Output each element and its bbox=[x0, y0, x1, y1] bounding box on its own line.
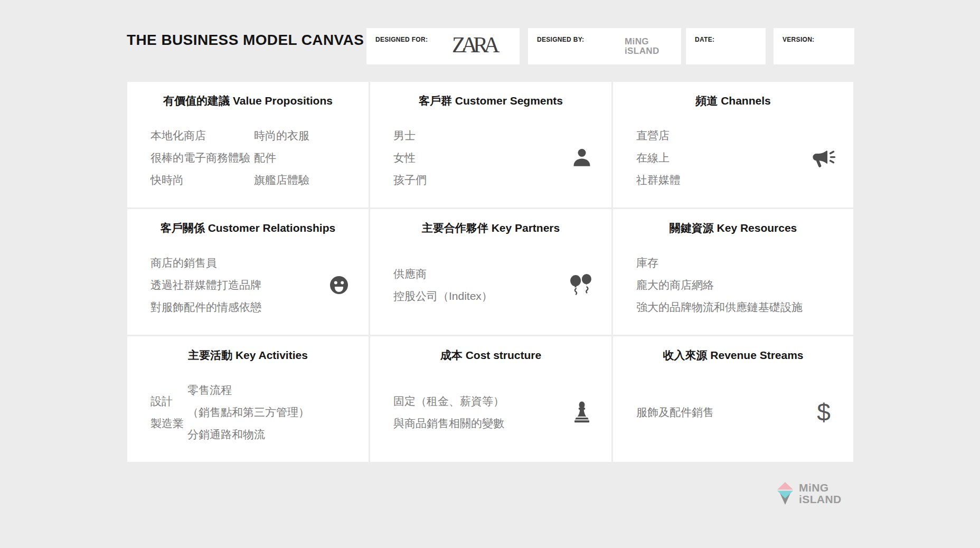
canvas-cell-key-partners: 主要合作夥伴 Key Partners供應商控股公司（Inditex） bbox=[370, 209, 611, 335]
cell-item: 供應商 bbox=[393, 263, 493, 285]
cell-title: 頻道 Channels bbox=[613, 82, 853, 108]
cell-item: 製造業 bbox=[150, 412, 187, 434]
cell-item: 很棒的電子商務體驗 bbox=[150, 147, 254, 169]
cell-item: 社群媒體 bbox=[636, 169, 681, 191]
ming-line: MiNG bbox=[625, 36, 649, 46]
canvas-cell-key-activities: 主要活動 Key Activities設計製造業零售流程（銷售點和第三方管理）分… bbox=[127, 336, 369, 462]
cell-item: 透過社群媒體打造品牌 bbox=[150, 274, 261, 296]
designed-for-box: DESIGNED FOR: ZARA bbox=[366, 28, 520, 64]
cell-item-column: 供應商控股公司（Inditex） bbox=[393, 263, 493, 307]
smiley-icon bbox=[328, 275, 350, 296]
designed-for-label: DESIGNED FOR: bbox=[375, 36, 428, 43]
cell-item-column: 固定（租金、薪資等）與商品銷售相關的變數 bbox=[393, 390, 504, 434]
cell-item: 商店的銷售員 bbox=[150, 252, 261, 274]
cell-item: 時尚的衣服 bbox=[254, 125, 309, 147]
canvas-cell-key-resources: 關鍵資源 Key Resources庫存龐大的商店網絡強大的品牌物流和供應鏈基礎… bbox=[613, 209, 853, 335]
date-box: DATE: bbox=[686, 28, 766, 64]
cell-item-column: 時尚的衣服配件旗艦店體驗 bbox=[254, 125, 309, 191]
cell-item: 控股公司（Inditex） bbox=[393, 285, 493, 307]
business-model-canvas-page: THE BUSINESS MODEL CANVAS DESIGNED FOR: … bbox=[0, 0, 980, 548]
ming-island-wordmark: MiNG iSLAND bbox=[625, 37, 659, 56]
cell-item: 設計 bbox=[150, 390, 187, 412]
cell-item: 旗艦店體驗 bbox=[254, 169, 309, 191]
ming-island-logo: MiNG iSLAND bbox=[776, 481, 842, 506]
cell-item: 直營店 bbox=[636, 125, 681, 147]
person-icon bbox=[571, 147, 592, 168]
dollar-icon: $ bbox=[817, 398, 831, 427]
cell-item-column: 設計製造業 bbox=[150, 390, 187, 434]
cell-title: 客戶關係 Customer Relationships bbox=[127, 209, 369, 235]
cell-title: 成本 Cost structure bbox=[370, 336, 611, 363]
cell-item: 零售流程 bbox=[187, 379, 309, 401]
cell-item: 服飾及配件銷售 bbox=[636, 401, 714, 423]
cell-title: 客戶群 Customer Segments bbox=[370, 82, 611, 108]
page-title: THE BUSINESS MODEL CANVAS bbox=[127, 32, 364, 49]
cell-title: 主要合作夥伴 Key Partners bbox=[370, 209, 611, 235]
cell-item: 龐大的商店網絡 bbox=[636, 274, 803, 296]
cell-item: 庫存 bbox=[636, 252, 803, 274]
cell-title: 主要活動 Key Activities bbox=[127, 336, 369, 363]
cell-item: 固定（租金、薪資等） bbox=[393, 390, 504, 412]
cell-item-column: 本地化商店很棒的電子商務體驗快時尚 bbox=[150, 125, 254, 191]
cell-item-column: 零售流程（銷售點和第三方管理）分銷通路和物流 bbox=[187, 379, 309, 446]
cell-title: 有價值的建議 Value Propositions bbox=[127, 82, 369, 108]
canvas-cell-customer-relationships: 客戶關係 Customer Relationships商店的銷售員透過社群媒體打… bbox=[127, 209, 369, 335]
cell-item: 本地化商店 bbox=[150, 125, 254, 147]
pawn-icon bbox=[571, 401, 592, 424]
cell-item: 女性 bbox=[393, 147, 427, 169]
cell-item: 男士 bbox=[393, 125, 427, 147]
canvas-cell-revenue-streams: 收入來源 Revenue Streams服飾及配件銷售$ bbox=[613, 336, 853, 462]
cell-item-column: 直營店在線上社群媒體 bbox=[636, 125, 681, 191]
cell-item-column: 庫存龐大的商店網絡強大的品牌物流和供應鏈基礎設施 bbox=[636, 252, 803, 318]
balloons-icon bbox=[569, 273, 595, 297]
cell-item: 對服飾配件的情感依戀 bbox=[150, 296, 261, 318]
cell-item-column: 商店的銷售員透過社群媒體打造品牌對服飾配件的情感依戀 bbox=[150, 252, 261, 318]
cell-title: 關鍵資源 Key Resources bbox=[613, 209, 853, 235]
cell-item: 孩子們 bbox=[393, 169, 427, 191]
cell-item-column: 服飾及配件銷售 bbox=[636, 401, 714, 423]
designed-by-label: DESIGNED BY: bbox=[537, 36, 584, 43]
canvas-cell-customer-segments: 客戶群 Customer Segments男士女性孩子們 bbox=[370, 82, 611, 207]
designed-by-box: DESIGNED BY: MiNG iSLAND bbox=[528, 28, 681, 64]
version-label: VERSION: bbox=[783, 36, 814, 43]
cell-item: 快時尚 bbox=[150, 169, 254, 191]
zara-logo: ZARA bbox=[452, 32, 495, 58]
cell-item: 在線上 bbox=[636, 147, 681, 169]
cell-item: 配件 bbox=[254, 147, 309, 169]
island-line: iSLAND bbox=[625, 46, 659, 56]
ming-island-diamond-icon bbox=[776, 481, 794, 506]
megaphone-icon bbox=[811, 147, 836, 169]
cell-item: 分銷通路和物流 bbox=[187, 423, 309, 446]
canvas-cell-value-propositions: 有價值的建議 Value Propositions本地化商店很棒的電子商務體驗快… bbox=[127, 82, 369, 207]
ming-island-footer-wordmark: MiNG iSLAND bbox=[799, 482, 842, 505]
cell-item: （銷售點和第三方管理） bbox=[187, 401, 309, 423]
cell-item: 強大的品牌物流和供應鏈基礎設施 bbox=[636, 296, 803, 318]
ming-line: MiNG bbox=[799, 481, 828, 494]
version-box: VERSION: bbox=[774, 28, 854, 64]
island-line: iSLAND bbox=[799, 493, 842, 505]
cell-title: 收入來源 Revenue Streams bbox=[613, 336, 853, 363]
cell-item-column: 男士女性孩子們 bbox=[393, 125, 427, 191]
date-label: DATE: bbox=[695, 36, 714, 43]
canvas-cell-cost-structure: 成本 Cost structure固定（租金、薪資等）與商品銷售相關的變數 bbox=[370, 336, 611, 462]
canvas-cell-channels: 頻道 Channels直營店在線上社群媒體 bbox=[613, 82, 853, 207]
canvas-grid: 有價值的建議 Value Propositions本地化商店很棒的電子商務體驗快… bbox=[127, 82, 853, 462]
cell-item: 與商品銷售相關的變數 bbox=[393, 412, 504, 434]
